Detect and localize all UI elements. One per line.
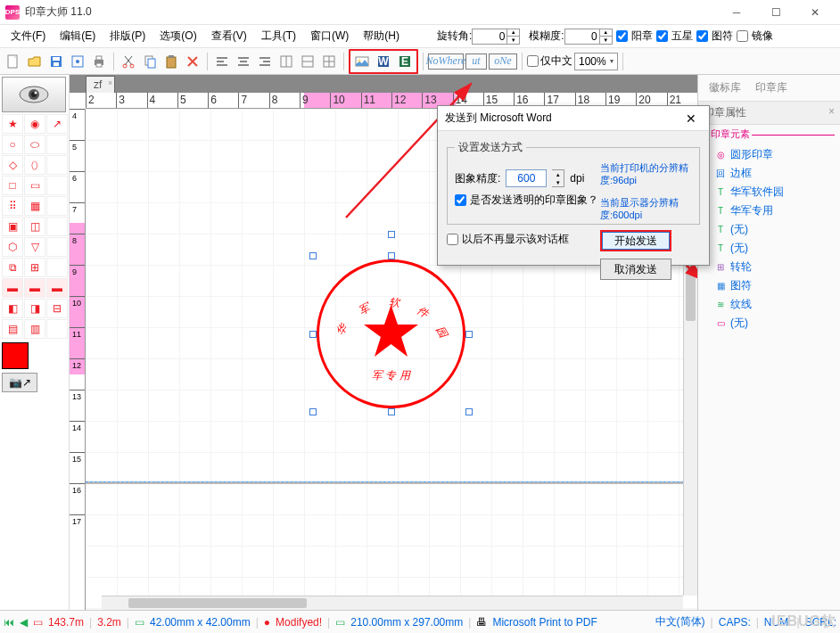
tool-circle-icon[interactable]: ○: [2, 135, 23, 154]
nav-first-icon[interactable]: ⏮: [4, 616, 14, 629]
tool-square-icon[interactable]: □: [2, 176, 23, 195]
only-chinese-check[interactable]: 仅中文: [527, 53, 572, 69]
scrollbar-horizontal[interactable]: [102, 596, 683, 610]
handle-bl[interactable]: [309, 408, 317, 415]
menu-file[interactable]: 文件(F): [4, 25, 53, 47]
tool-r1-icon[interactable]: ▬: [2, 278, 23, 298]
tool-oval-icon[interactable]: ⬯: [24, 155, 45, 175]
font-ut[interactable]: ut: [465, 53, 487, 70]
cancel-send-button[interactable]: 取消发送: [600, 259, 671, 280]
section-header[interactable]: 印章元素: [698, 125, 840, 144]
grid1-icon[interactable]: [276, 52, 296, 71]
tool-rect-icon[interactable]: ▭: [24, 176, 45, 195]
copy-button[interactable]: [140, 52, 160, 71]
noshow-checkbox[interactable]: 以后不再显示该对话框: [447, 232, 569, 247]
tool-sq2-icon[interactable]: ⊞: [24, 258, 45, 277]
tree-node[interactable]: T华军软件园: [714, 183, 836, 201]
delete-button[interactable]: [183, 52, 202, 71]
tool-r2-icon[interactable]: ▬: [24, 278, 45, 298]
dialog-titlebar[interactable]: 发送到 Microsoft Word ✕: [438, 106, 709, 131]
tree-node[interactable]: T华军专用: [714, 201, 836, 220]
tool-sq1-icon[interactable]: ⧉: [2, 258, 23, 277]
transparent-checkbox[interactable]: 是否发送透明的印章图象？: [455, 193, 598, 208]
start-send-button[interactable]: 开始发送: [600, 230, 671, 251]
align3-icon[interactable]: [255, 52, 275, 71]
tool-grid-icon[interactable]: ▦: [24, 196, 45, 216]
tool-b2-icon[interactable]: ▥: [24, 319, 45, 339]
handle-ml[interactable]: [309, 331, 317, 338]
align2-icon[interactable]: [234, 52, 253, 71]
chk-symbol[interactable]: 图符: [696, 29, 733, 44]
chk-star[interactable]: 五星: [656, 29, 693, 44]
tool-split3-icon[interactable]: ⊟: [46, 299, 68, 318]
tool-split1-icon[interactable]: ◧: [2, 299, 23, 318]
blur-spinner[interactable]: ▲▼: [600, 29, 613, 45]
tool-arrow-icon[interactable]: ↗: [46, 114, 68, 134]
menu-view[interactable]: 查看(V): [204, 25, 254, 47]
menu-window[interactable]: 窗口(W): [303, 25, 356, 47]
current-color-swatch[interactable]: [2, 342, 29, 369]
maximize-button[interactable]: ☐: [756, 0, 795, 25]
tool-tri-icon[interactable]: ▽: [24, 237, 45, 257]
resolution-input[interactable]: [506, 169, 547, 187]
menu-layout[interactable]: 排版(P): [103, 25, 152, 47]
dialog-close-icon[interactable]: ✕: [680, 111, 702, 126]
resolution-spinner[interactable]: ▲▼: [552, 169, 564, 187]
export-word-button[interactable]: W: [374, 52, 393, 71]
handle-br[interactable]: [465, 408, 473, 415]
panel-close-icon[interactable]: ×: [828, 105, 835, 120]
tree-node[interactable]: ▭(无): [714, 314, 836, 333]
tool-ellipse-icon[interactable]: ⬭: [24, 135, 45, 154]
tab-seal-library[interactable]: 印章库: [752, 77, 791, 99]
paste-button[interactable]: [161, 52, 181, 71]
font-nowhere[interactable]: NoWhere: [428, 53, 464, 70]
close-button[interactable]: ✕: [795, 0, 835, 25]
handle-mr[interactable]: [465, 331, 473, 338]
grid2-icon[interactable]: [298, 52, 317, 71]
tree-node[interactable]: ≋纹线: [714, 295, 836, 314]
tool-b1-icon[interactable]: ▤: [2, 319, 23, 339]
print-button[interactable]: [89, 52, 109, 71]
export-excel-button[interactable]: E: [395, 52, 415, 71]
handle-rotate[interactable]: [388, 231, 395, 238]
menu-options[interactable]: 选项(O): [152, 25, 203, 47]
tool-split2-icon[interactable]: ◨: [24, 299, 45, 318]
handle-mb[interactable]: [388, 408, 395, 415]
rotate-spinner[interactable]: ▲▼: [507, 29, 520, 45]
seal-selection[interactable]: 华 军 软 件 园 军 专 用: [313, 256, 469, 412]
tab-badge-library[interactable]: 徽标库: [705, 77, 745, 99]
tool-frame2-icon[interactable]: ◫: [24, 217, 45, 236]
tool-frame1-icon[interactable]: ▣: [2, 217, 23, 236]
export-image-button[interactable]: [352, 52, 372, 71]
tool-circle-dot-icon[interactable]: ◉: [24, 114, 45, 134]
tool-dots-icon[interactable]: ⠿: [2, 196, 23, 216]
minimize-button[interactable]: ─: [717, 0, 756, 25]
tool-diamond-icon[interactable]: ◇: [2, 155, 23, 175]
align1-icon[interactable]: [212, 52, 232, 71]
tree-node[interactable]: ◎圆形印章: [714, 145, 836, 164]
camera-icon[interactable]: 📷↗: [2, 373, 37, 392]
preview-icon[interactable]: [68, 52, 87, 71]
tab-close-icon[interactable]: ×: [108, 78, 112, 87]
menu-tools[interactable]: 工具(T): [254, 25, 303, 47]
menu-help[interactable]: 帮助(H): [356, 25, 407, 47]
tool-star-icon[interactable]: ★: [2, 114, 23, 134]
new-button[interactable]: [4, 52, 23, 71]
rotate-input[interactable]: [472, 29, 507, 45]
blur-input[interactable]: [564, 29, 600, 45]
chk-sun[interactable]: 阳章: [616, 29, 653, 44]
handle-tl[interactable]: [309, 252, 317, 259]
cut-button[interactable]: [119, 52, 138, 71]
chk-mirror[interactable]: 镜像: [737, 29, 773, 44]
tree-node[interactable]: ▦图符: [714, 276, 836, 295]
menu-edit[interactable]: 编辑(E): [53, 25, 103, 47]
tab-zf[interactable]: zf×: [86, 76, 115, 93]
tool-r3-icon[interactable]: ▬: [46, 278, 68, 298]
tool-hex-icon[interactable]: ⬡: [2, 237, 23, 257]
save-button[interactable]: [46, 52, 66, 71]
grid3-icon[interactable]: [319, 52, 339, 71]
tree-node[interactable]: T(无): [714, 239, 836, 258]
font-one[interactable]: oNe: [489, 53, 517, 70]
tree-node[interactable]: 回边框: [714, 164, 836, 183]
tree-node[interactable]: T(无): [714, 220, 836, 239]
